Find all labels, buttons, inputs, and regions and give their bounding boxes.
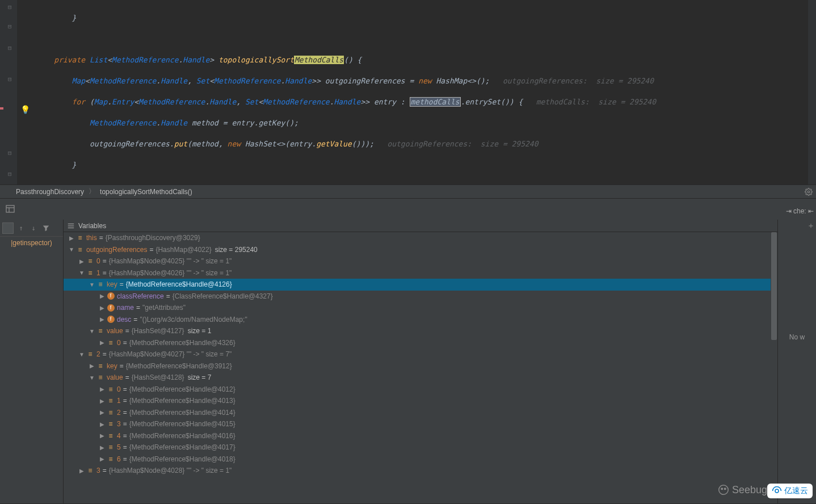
tree-toggle-icon[interactable]: ▼ <box>67 246 76 253</box>
variable-value: "()Lorg/w3c/dom/NamedNodeMap;" <box>140 316 247 324</box>
variable-row[interactable]: ▶≡0={HashMap$Node@4025} "" -> " size = 1… <box>64 255 777 267</box>
variable-row[interactable]: ▶≡key={MethodReference$Handle@3912} <box>64 360 777 372</box>
editor-gutter: ⊟ ⊟ ⊟ ⊟ ⊟ ⊟ <box>0 0 17 184</box>
debug-panel: ↑ ↓ |getinspector) Variables ▶≡this={Pas… <box>0 220 816 503</box>
fold-icon[interactable]: ⊟ <box>8 44 12 52</box>
variable-name: 0 <box>117 339 121 347</box>
variable-row[interactable]: ▶≡this={PassthroughDiscovery@3029} <box>64 232 777 244</box>
code-editor[interactable]: ⊟ ⊟ ⊟ ⊟ ⊟ ⊟ 💡 } private List<MethodRefer… <box>0 0 816 184</box>
breadcrumb-item[interactable]: topologicallySortMethodCalls() <box>100 188 192 196</box>
variable-row[interactable]: ▶≡3={HashMap$Node@4028} "" -> " size = 1… <box>64 465 777 477</box>
variable-name: 1 <box>96 269 100 277</box>
variable-row[interactable]: ▼≡key={MethodReference$Handle@4126} <box>64 279 777 291</box>
variable-row[interactable]: ▶fname="getAttributes" <box>64 302 777 314</box>
inline-hint: outgoingReferences: size = 295240 <box>503 77 654 85</box>
tree-toggle-icon[interactable]: ▶ <box>98 398 107 404</box>
debug-toolbar <box>0 198 816 220</box>
variable-icon: ≡ <box>76 234 84 242</box>
variable-row[interactable]: ▶fdesc="()Lorg/w3c/dom/NamedNodeMap;" <box>64 314 777 326</box>
variable-icon: ≡ <box>107 397 115 405</box>
tree-toggle-icon[interactable]: ▼ <box>77 270 86 276</box>
stack-frame[interactable]: |getinspector) <box>0 237 63 249</box>
variables-panel[interactable]: Variables ▶≡this={PassthroughDiscovery@3… <box>64 220 777 503</box>
variable-icon: ≡ <box>86 257 94 265</box>
editor-overview-strip[interactable] <box>808 0 816 184</box>
variable-row[interactable]: ▼≡1={HashMap$Node@4026} "" -> " size = 1… <box>64 267 777 279</box>
tree-toggle-icon[interactable]: ▶ <box>98 293 107 299</box>
tree-toggle-icon[interactable]: ▶ <box>98 421 107 427</box>
variable-row[interactable]: ▶≡0={MethodReference$Handle@4012} <box>64 384 777 396</box>
fold-icon[interactable]: ⊟ <box>8 170 12 178</box>
tree-toggle-icon[interactable]: ▶ <box>98 444 107 451</box>
variable-row[interactable]: ▼≡value={HashSet@4127}size = 1 <box>64 325 777 337</box>
watches-empty-text: No w <box>778 310 816 341</box>
scrollbar-track[interactable] <box>771 232 777 503</box>
tree-toggle-icon[interactable]: ▶ <box>98 432 107 439</box>
fold-icon[interactable]: ⊟ <box>8 149 12 157</box>
variable-value: {MethodReference$Handle@4012} <box>129 385 235 393</box>
scrollbar-thumb[interactable] <box>771 232 777 340</box>
list-icon <box>67 222 75 230</box>
frames-panel[interactable]: ↑ ↓ |getinspector) <box>0 220 64 503</box>
arrow-up-icon[interactable]: ↑ <box>16 223 26 233</box>
variables-tree[interactable]: ▶≡this={PassthroughDiscovery@3029}▼≡outg… <box>64 232 777 503</box>
variable-row[interactable]: ▶≡0={MethodReference$Handle@4326} <box>64 337 777 349</box>
variable-row[interactable]: ▶≡3={MethodReference$Handle@4015} <box>64 418 777 430</box>
inline-hint: methodCalls: size = 295240 <box>536 98 656 106</box>
variable-icon: ≡ <box>107 443 115 451</box>
watches-tab[interactable]: ⇥ che: ⇤ ＋ <box>786 207 814 215</box>
variable-row[interactable]: ▶fclassReference={ClassReference$Handle@… <box>64 291 777 303</box>
fold-icon[interactable]: ⊟ <box>8 3 12 11</box>
variable-row[interactable]: ▶≡2={MethodReference$Handle@4014} <box>64 407 777 419</box>
watches-panel[interactable]: ⇥ che: ⇤ ＋ No w <box>777 220 816 503</box>
svg-point-9 <box>724 488 726 490</box>
tree-toggle-icon[interactable]: ▶ <box>98 305 107 311</box>
add-watch-icon[interactable]: ＋ <box>807 221 815 231</box>
field-icon: f <box>107 292 115 300</box>
tree-toggle-icon[interactable]: ▼ <box>87 282 96 288</box>
matched-ident: methodCalls <box>410 97 461 107</box>
tree-toggle-icon[interactable]: ▶ <box>77 258 86 264</box>
variable-icon: ≡ <box>86 269 94 277</box>
variable-value: {ClassReference$Handle@4327} <box>173 292 273 300</box>
variable-icon: ≡ <box>86 350 94 358</box>
variables-header: Variables <box>64 220 777 232</box>
tree-toggle-icon[interactable]: ▶ <box>87 363 96 369</box>
variable-name: name <box>117 304 134 312</box>
variable-row[interactable]: ▼≡outgoingReferences={HashMap@4022}size … <box>64 244 777 256</box>
tree-toggle-icon[interactable]: ▶ <box>98 339 107 346</box>
tree-toggle-icon[interactable]: ▶ <box>98 316 107 322</box>
variable-name: key <box>107 280 117 288</box>
variable-row[interactable]: ▼≡value={HashSet@4128}size = 7 <box>64 372 777 384</box>
variable-name: outgoingReferences <box>86 246 147 254</box>
arrow-down-icon[interactable]: ↓ <box>28 223 39 233</box>
svg-point-0 <box>807 191 810 193</box>
field-icon: f <box>107 304 115 312</box>
tree-toggle-icon[interactable]: ▼ <box>87 375 96 381</box>
tree-toggle-icon[interactable]: ▶ <box>98 386 107 392</box>
thread-selector[interactable] <box>2 222 14 234</box>
variable-row[interactable]: ▶≡4={MethodReference$Handle@4016} <box>64 430 777 442</box>
variable-value: {PassthroughDiscovery@3029} <box>106 234 200 242</box>
variable-row[interactable]: ▶≡6={MethodReference$Handle@4018} <box>64 453 777 465</box>
variable-value: {MethodReference$Handle@4126} <box>126 280 232 288</box>
variable-row[interactable]: ▶≡5={MethodReference$Handle@4017} <box>64 442 777 453</box>
tree-toggle-icon[interactable]: ▶ <box>98 456 107 462</box>
tree-toggle-icon[interactable]: ▶ <box>77 468 86 474</box>
breadcrumb-item[interactable]: PassthroughDiscovery <box>16 188 84 196</box>
fold-icon[interactable]: ⊟ <box>8 75 12 83</box>
layout-icon[interactable] <box>6 204 16 215</box>
gear-icon[interactable] <box>801 186 816 198</box>
variable-row[interactable]: ▶≡1={MethodReference$Handle@4013} <box>64 395 777 407</box>
tree-toggle-icon[interactable]: ▼ <box>87 328 96 334</box>
variable-icon: ≡ <box>76 246 84 254</box>
fold-icon[interactable]: ⊟ <box>8 23 12 30</box>
breadcrumb: PassthroughDiscovery 〉 topologicallySort… <box>0 184 816 198</box>
tree-toggle-icon[interactable]: ▶ <box>67 235 76 241</box>
code-area[interactable]: } private List<MethodReference.Handle> t… <box>17 0 816 184</box>
tree-toggle-icon[interactable]: ▶ <box>98 409 107 415</box>
filter-icon[interactable] <box>41 223 51 233</box>
variable-row[interactable]: ▼≡2={HashMap$Node@4027} "" -> " size = 7… <box>64 348 777 360</box>
tree-toggle-icon[interactable]: ▼ <box>77 351 86 358</box>
variable-name: key <box>107 362 117 370</box>
